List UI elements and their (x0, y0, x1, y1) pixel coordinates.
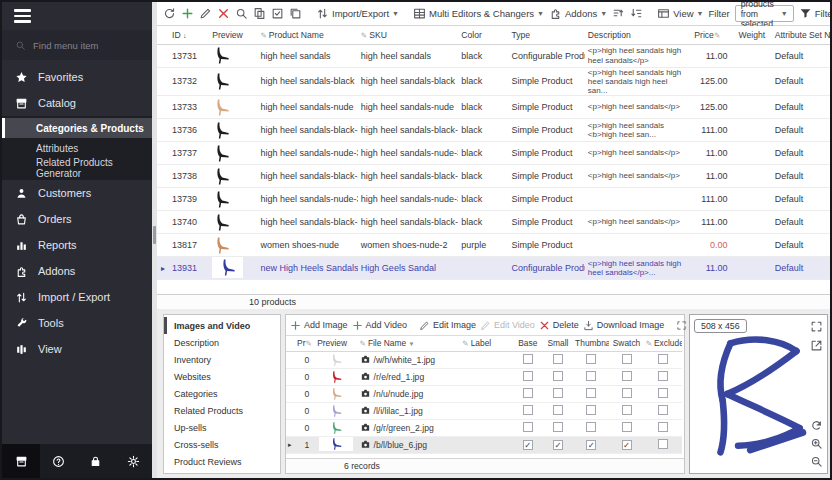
checkbox-thumbnail[interactable] (586, 354, 596, 364)
multi-editors-button[interactable]: Multi Editors & Changers▼ (413, 7, 544, 20)
checkbox-exclude[interactable] (658, 354, 668, 364)
image-row-green_2.jpg[interactable]: 0/g/r/green_2.jpg (286, 419, 682, 436)
col-file-name[interactable]: ✎ File Name ▼ (358, 336, 461, 351)
sidebar-item-view[interactable]: View (2, 336, 152, 362)
checkbox-exclude[interactable] (658, 439, 668, 449)
checkbox-swatch[interactable] (622, 371, 632, 381)
product-row-13732[interactable]: 13732high heel sandals-blackhigh heel sa… (157, 67, 830, 96)
view-button[interactable]: View▼ (657, 7, 703, 20)
col-base[interactable]: Base (513, 336, 543, 351)
col-small[interactable]: Small (543, 336, 573, 351)
sidebar-item-tools[interactable]: Tools (2, 310, 152, 336)
checkbox-base[interactable] (523, 388, 533, 398)
checkbox-thumbnail[interactable] (586, 422, 596, 432)
settings-gear-icon[interactable] (127, 455, 140, 468)
tab-up-sells[interactable]: Up-sells (164, 419, 280, 436)
sidebar-item-orders[interactable]: Orders (2, 206, 152, 232)
col-thumbnail[interactable]: Thumbna (573, 336, 609, 351)
image-row-red_1.jpg[interactable]: 0/r/e/red_1.jpg (286, 368, 682, 385)
product-row-13738[interactable]: 13738high heel sandals-black-37high heel… (157, 165, 830, 188)
sidebar-item-catalog[interactable]: Catalog (2, 90, 152, 116)
sidebar-item-reports[interactable]: Reports (2, 232, 152, 258)
open-external-icon[interactable] (810, 339, 823, 352)
sidebar-item-import-export[interactable]: Import / Export (2, 284, 152, 310)
tab-cross-sells[interactable]: Cross-sells (164, 436, 280, 453)
add-video-button[interactable]: Add Video (352, 320, 407, 331)
download-image-button[interactable]: Download Image (583, 320, 665, 331)
sidebar-subitem-related-products-generator[interactable]: Related Products Generator (2, 158, 152, 178)
checkbox-small[interactable] (553, 354, 563, 364)
product-row-13740[interactable]: 13740high heel sandals-black-38high heel… (157, 211, 830, 234)
sidebar-item-favorites[interactable]: Favorites (2, 64, 152, 90)
category-filter-select[interactable]: Show products from selected categories▼ (735, 5, 794, 22)
product-row-13737[interactable]: 13737high heel sandals-nude-36high heel … (157, 142, 830, 165)
sidebar-search[interactable]: Find menu item (2, 30, 152, 60)
product-row-13931[interactable]: ▸13931new High Heels SandalsHigh Geels S… (157, 257, 830, 280)
select-icon[interactable] (271, 7, 284, 20)
image-row-nude.jpg[interactable]: 0/n/u/nude.jpg (286, 385, 682, 402)
tab-inventory[interactable]: Inventory (164, 351, 280, 368)
add-product-icon[interactable] (181, 7, 194, 20)
tab-product-reviews[interactable]: Product Reviews (164, 453, 280, 470)
checkbox-base[interactable] (523, 354, 533, 364)
image-row-white_1.jpg[interactable]: 0/w/h/white_1.jpg (286, 351, 682, 368)
edit-video-button[interactable]: Edit Video (480, 320, 535, 331)
checkbox-swatch[interactable] (622, 354, 632, 364)
product-row-13733[interactable]: 13733high heel sandals-nudehigh heel san… (157, 96, 830, 119)
fullscreen-icon[interactable] (810, 320, 823, 333)
delete-image-button[interactable]: Delete (539, 320, 579, 331)
image-row-blue_6.jpg[interactable]: ▸1/b/l/blue_6.jpg✓✓✓✓ (286, 436, 682, 453)
checkbox-thumbnail[interactable] (586, 388, 596, 398)
col-exclude[interactable]: ✎ Exclude (644, 336, 682, 351)
refresh-icon[interactable] (163, 7, 176, 20)
col-price[interactable]: Price✎ (691, 26, 735, 44)
col-id[interactable]: ID ↓ (169, 26, 209, 44)
checkbox-thumbnail[interactable]: ✓ (586, 440, 596, 450)
sidebar-item-customers[interactable]: Customers (2, 180, 152, 206)
checkbox-swatch[interactable] (622, 388, 632, 398)
checkbox-exclude[interactable] (658, 371, 668, 381)
checkbox-small[interactable] (553, 405, 563, 415)
search-products-icon[interactable] (235, 7, 248, 20)
sidebar-subitem-attributes[interactable]: Attributes (2, 138, 152, 158)
sort-icon[interactable] (612, 7, 625, 20)
checkbox-swatch[interactable] (622, 405, 632, 415)
tab-categories[interactable]: Categories (164, 385, 280, 402)
checkbox-small[interactable] (553, 371, 563, 381)
tab-images-and-video[interactable]: Images and Video (164, 317, 280, 334)
tab-websites[interactable]: Websites (164, 368, 280, 385)
checkbox-thumbnail[interactable] (586, 405, 596, 415)
product-row-13739[interactable]: 13739high heel sandals-nude-37high heel … (157, 188, 830, 211)
lock-icon[interactable] (89, 455, 102, 468)
col-type[interactable]: Type (509, 26, 585, 44)
image-row-lilac_1.jpg[interactable]: 0/l/i/lilac_1.jpg (286, 402, 682, 419)
zoom-out-icon[interactable] (810, 455, 823, 468)
col-priority[interactable]: Pr✎ (295, 336, 315, 351)
edit-image-button[interactable]: Edit Image (419, 320, 476, 331)
checkbox-base[interactable] (523, 405, 533, 415)
checkbox-exclude[interactable] (658, 422, 668, 432)
product-row-13731[interactable]: 13731high heel sandalshigh heel sandalsb… (157, 44, 830, 67)
checkbox-exclude[interactable] (658, 405, 668, 415)
help-icon[interactable] (52, 455, 65, 468)
checkbox-thumbnail[interactable] (586, 371, 596, 381)
checkbox-small[interactable] (553, 422, 563, 432)
product-row-13736[interactable]: 13736high heel sandals-black-36high heel… (157, 119, 830, 142)
checkbox-small[interactable]: ✓ (553, 440, 563, 450)
sidebar-item-addons[interactable]: Addons (2, 258, 152, 284)
checkbox-exclude[interactable] (658, 388, 668, 398)
sidebar-subitem-categories-products[interactable]: Categories & Products (2, 118, 152, 138)
sidebar-splitter[interactable] (152, 2, 157, 478)
product-row-13817[interactable]: 13817women shoes-nudewomen shoes-nude-2p… (157, 234, 830, 257)
edit-product-icon[interactable] (199, 7, 212, 20)
zoom-in-icon[interactable] (810, 437, 823, 450)
tab-description[interactable]: Description (164, 334, 280, 351)
col-color[interactable]: Color (458, 26, 508, 44)
checkbox-swatch[interactable]: ✓ (622, 440, 632, 450)
checkbox-small[interactable] (553, 388, 563, 398)
col-label[interactable]: ✎ Label (460, 336, 512, 351)
filters-button[interactable]: Filters▼ (799, 7, 832, 20)
rotate-icon[interactable] (810, 419, 823, 432)
store-archive-icon[interactable] (2, 444, 40, 478)
col-img-preview[interactable]: Preview (315, 336, 357, 351)
